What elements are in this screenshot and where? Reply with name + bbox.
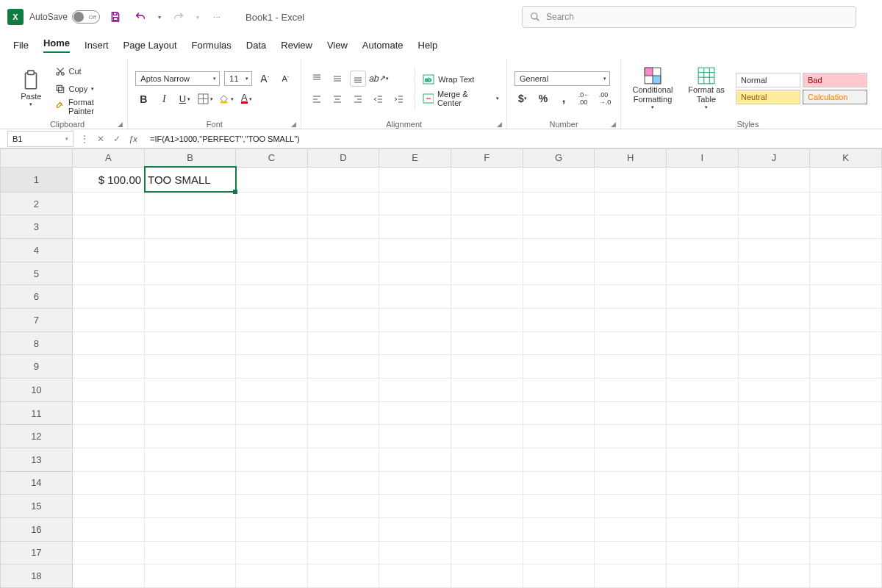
cell-G2[interactable]: [523, 192, 595, 215]
tab-home[interactable]: Home: [43, 37, 70, 53]
cell-H6[interactable]: [595, 285, 667, 309]
align-bottom-icon[interactable]: [350, 71, 366, 87]
wrap-text-button[interactable]: ab Wrap Text: [423, 72, 474, 87]
cell-D4[interactable]: [307, 239, 379, 262]
cell-E12[interactable]: [379, 425, 451, 448]
cell-F14[interactable]: [451, 471, 523, 495]
column-header-A[interactable]: A: [72, 149, 144, 168]
cell-K16[interactable]: [810, 517, 882, 541]
tab-pagelayout[interactable]: Page Layout: [123, 40, 177, 51]
cell-G12[interactable]: [523, 425, 595, 448]
decrease-font-icon[interactable]: Aˇ: [277, 71, 293, 87]
cell-A7[interactable]: [72, 309, 144, 332]
cell-C11[interactable]: [236, 401, 308, 425]
cell-E17[interactable]: [379, 541, 451, 564]
cell-A14[interactable]: [72, 471, 144, 495]
cell-K4[interactable]: [810, 239, 882, 262]
cell-B17[interactable]: [145, 541, 236, 564]
accounting-format-icon[interactable]: $▾: [514, 90, 531, 107]
row-header-12[interactable]: 12: [1, 425, 73, 448]
cell-B1[interactable]: TOO SMALL: [145, 167, 236, 192]
cell-J12[interactable]: [738, 425, 810, 448]
tab-insert[interactable]: Insert: [85, 40, 109, 51]
cell-J15[interactable]: [738, 495, 810, 518]
cell-B3[interactable]: [145, 215, 236, 239]
cell-I15[interactable]: [666, 495, 738, 518]
cell-E5[interactable]: [379, 262, 451, 285]
align-right-icon[interactable]: [350, 91, 366, 107]
align-middle-icon[interactable]: [329, 71, 345, 87]
formula-bar-input[interactable]: =IF(A1>1000,"PERFECT","TOO SMALL"): [141, 135, 882, 143]
cell-A10[interactable]: [72, 379, 144, 402]
cell-D2[interactable]: [307, 192, 379, 215]
cell-G16[interactable]: [523, 517, 595, 541]
cell-A15[interactable]: [72, 495, 144, 518]
cell-G15[interactable]: [523, 495, 595, 518]
cell-A2[interactable]: [72, 192, 144, 215]
cell-J7[interactable]: [738, 309, 810, 332]
cell-E6[interactable]: [379, 285, 451, 309]
cell-I12[interactable]: [666, 425, 738, 448]
cell-B18[interactable]: [145, 564, 236, 588]
cell-F18[interactable]: [451, 564, 523, 588]
cell-F13[interactable]: [451, 448, 523, 472]
column-header-C[interactable]: C: [236, 149, 308, 168]
cell-F2[interactable]: [451, 192, 523, 215]
cell-B16[interactable]: [145, 517, 236, 541]
spreadsheet-grid[interactable]: ABCDEFGHIJK1$ 100.00TOO SMALL23456789101…: [0, 148, 882, 588]
cell-G4[interactable]: [523, 239, 595, 262]
tab-review[interactable]: Review: [281, 40, 312, 51]
merge-center-button[interactable]: Merge & Center ▾: [423, 91, 499, 106]
fill-color-button[interactable]: ▾: [218, 91, 234, 107]
cell-A5[interactable]: [72, 262, 144, 285]
cell-C16[interactable]: [236, 517, 308, 541]
cell-K2[interactable]: [810, 192, 882, 215]
column-header-I[interactable]: I: [666, 149, 738, 168]
cell-B4[interactable]: [145, 239, 236, 262]
cell-B10[interactable]: [145, 379, 236, 402]
cell-K1[interactable]: [810, 167, 882, 192]
row-header-6[interactable]: 6: [1, 285, 73, 309]
format-painter-button[interactable]: Format Painter: [55, 99, 121, 114]
cell-B15[interactable]: [145, 495, 236, 518]
column-header-B[interactable]: B: [145, 149, 236, 168]
font-name-select[interactable]: Aptos Narrow▾: [135, 71, 220, 86]
font-dialog-launcher[interactable]: ◢: [289, 120, 298, 129]
cell-H9[interactable]: [595, 355, 667, 379]
cell-C18[interactable]: [236, 564, 308, 588]
cell-I7[interactable]: [666, 309, 738, 332]
cell-A11[interactable]: [72, 401, 144, 425]
cell-F7[interactable]: [451, 309, 523, 332]
cell-K7[interactable]: [810, 309, 882, 332]
row-header-18[interactable]: 18: [1, 564, 73, 588]
cell-A12[interactable]: [72, 425, 144, 448]
cell-D9[interactable]: [307, 355, 379, 379]
cell-K8[interactable]: [810, 331, 882, 355]
row-header-2[interactable]: 2: [1, 192, 73, 215]
cell-K5[interactable]: [810, 262, 882, 285]
tab-automate[interactable]: Automate: [362, 40, 404, 51]
row-header-5[interactable]: 5: [1, 262, 73, 285]
cell-C6[interactable]: [236, 285, 308, 309]
redo-dropdown[interactable]: ▾: [194, 7, 201, 26]
conditional-formatting-button[interactable]: Conditional Formatting▾: [628, 65, 677, 112]
cell-G14[interactable]: [523, 471, 595, 495]
cell-H18[interactable]: [595, 564, 667, 588]
cell-J2[interactable]: [738, 192, 810, 215]
cell-G5[interactable]: [523, 262, 595, 285]
cell-D11[interactable]: [307, 401, 379, 425]
cell-H13[interactable]: [595, 448, 667, 472]
cell-I5[interactable]: [666, 262, 738, 285]
cell-I9[interactable]: [666, 355, 738, 379]
cell-F6[interactable]: [451, 285, 523, 309]
cell-style-bad[interactable]: Bad: [803, 73, 867, 87]
cell-C4[interactable]: [236, 239, 308, 262]
cell-I14[interactable]: [666, 471, 738, 495]
undo-button[interactable]: [131, 7, 150, 26]
cell-H11[interactable]: [595, 401, 667, 425]
number-dialog-launcher[interactable]: ◢: [609, 120, 617, 129]
cell-H17[interactable]: [595, 541, 667, 564]
undo-dropdown[interactable]: ▾: [156, 7, 163, 26]
cell-J5[interactable]: [738, 262, 810, 285]
row-header-7[interactable]: 7: [1, 309, 73, 332]
